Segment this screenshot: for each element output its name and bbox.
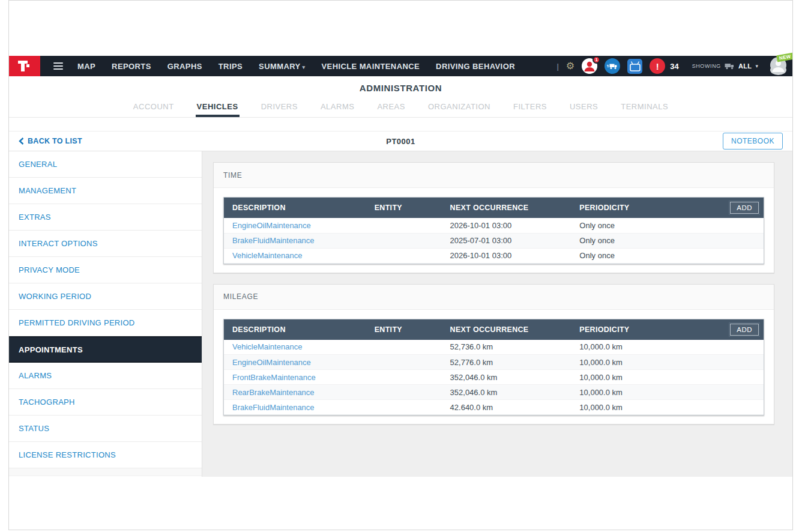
support-chat-icon[interactable]: 1 [582, 58, 597, 74]
description-cell: EngineOilMaintenance [224, 218, 370, 233]
tab-account[interactable]: ACCOUNT [132, 101, 175, 117]
table-row: RearBrakeMaintenance 352,046.0 km 10,000… [224, 385, 764, 400]
entity-cell [370, 400, 445, 415]
description-cell: BrakeFluidMaintenance [224, 400, 370, 415]
add-button-mileage[interactable]: ADD [730, 324, 759, 336]
sidebar-item-license-restrictions[interactable]: LICENSE RESTRICTIONS [9, 442, 202, 468]
periodicity-cell: 10,000.0 km [574, 355, 704, 370]
chevron-down-icon: ▾ [303, 64, 306, 70]
sidebar-item-tachograph[interactable]: TACHOGRAPH [9, 389, 202, 416]
table-row: FrontBrakeMaintenance 352,046.0 km 10,00… [224, 370, 764, 385]
tab-areas[interactable]: AREAS [376, 101, 406, 117]
nav-divider: | [556, 62, 558, 71]
vehicle-toolbar: BACK TO LIST PT0001 NOTEBOOK [9, 131, 792, 151]
description-link[interactable]: VehicleMaintenance [232, 251, 302, 260]
column-header-periodicity: PERIODICITY [574, 198, 704, 218]
section-title-mileage: MILEAGE [214, 285, 774, 310]
appointments-panel: TIME DESCRIPTIONENTITYNEXT OCCURRENCEPER… [202, 151, 792, 477]
sidebar-item-working-period[interactable]: WORKING PERIOD [9, 283, 202, 310]
mileage-table: DESCRIPTIONENTITYNEXT OCCURRENCEPERIODIC… [224, 319, 764, 416]
tab-vehicles[interactable]: VEHICLES [196, 101, 240, 117]
column-header-next-occurrence: NEXT OCCURRENCE [445, 319, 575, 340]
nav-item-vehicle-maintenance[interactable]: VEHICLE MAINTENANCE [321, 62, 420, 71]
entity-cell [370, 340, 445, 355]
settings-gear-icon[interactable]: ⚙ [566, 61, 574, 71]
sidebar-item-permitted-driving-period[interactable]: PERMITTED DRIVING PERIOD [9, 310, 202, 336]
person-icon [770, 65, 786, 73]
menu-hamburger-icon[interactable] [53, 62, 63, 70]
sidebar-item-appointments[interactable]: APPOINTMENTS [9, 336, 202, 363]
actions-cell [704, 233, 764, 248]
tab-users[interactable]: USERS [568, 101, 599, 117]
top-navbar: MAPREPORTSGRAPHSTRIPSSUMMARY▾VEHICLE MAI… [9, 56, 792, 76]
next-occurrence-cell: 352,046.0 km [445, 370, 575, 385]
entity-cell [370, 355, 445, 370]
tab-filters[interactable]: FILTERS [512, 101, 548, 117]
description-link[interactable]: VehicleMaintenance [232, 342, 302, 351]
sidebar-item-alarms[interactable]: ALARMS [9, 363, 202, 389]
sidebar-item-status[interactable]: STATUS [9, 416, 202, 442]
time-table: DESCRIPTIONENTITYNEXT OCCURRENCEPERIODIC… [224, 198, 764, 264]
sidebar-item-privacy-mode[interactable]: PRIVACY MODE [9, 257, 202, 283]
truck-glyph-icon [605, 58, 620, 74]
column-header-description: DESCRIPTION [224, 319, 370, 340]
tab-organization[interactable]: ORGANIZATION [427, 101, 492, 117]
navbar-right-cluster: | ⚙ 1 [556, 57, 792, 76]
app-window: MAPREPORTSGRAPHSTRIPSSUMMARY▾VEHICLE MAI… [8, 0, 793, 530]
column-header-entity: ENTITY [370, 319, 445, 340]
fleet-truck-icon[interactable] [605, 58, 620, 74]
description-link[interactable]: BrakeFluidMaintenance [232, 236, 315, 245]
showing-filter[interactable]: SHOWING ALL ▾ [692, 62, 758, 70]
tab-terminals[interactable]: TERMINALS [620, 101, 669, 117]
tv-broadcast-icon[interactable] [627, 59, 642, 74]
sidebar-item-extras[interactable]: EXTRAS [9, 204, 202, 231]
nav-item-trips[interactable]: TRIPS [219, 62, 243, 71]
table-row: VehicleMaintenance 52,736.0 km 10,000.0 … [224, 340, 764, 355]
description-cell: BrakeFluidMaintenance [224, 233, 370, 248]
vehicle-sidebar: GENERALMANAGEMENTEXTRASINTERACT OPTIONSP… [9, 151, 202, 477]
table-row: BrakeFluidMaintenance 42.640.0 km 10,000… [224, 400, 764, 415]
table-header-row: DESCRIPTIONENTITYNEXT OCCURRENCEPERIODIC… [224, 319, 764, 340]
alert-count: 34 [670, 62, 678, 71]
chevron-down-icon: ▾ [755, 63, 758, 69]
sidebar-item-interact-options[interactable]: INTERACT OPTIONS [9, 231, 202, 257]
table-row: EngineOilMaintenance 52,776.0 km 10,000.… [224, 355, 764, 370]
nav-item-map[interactable]: MAP [77, 62, 95, 71]
add-button-time[interactable]: ADD [730, 202, 759, 214]
periodicity-cell: Only once [574, 233, 704, 248]
actions-cell [704, 218, 764, 233]
alerts-icon[interactable]: ! [650, 58, 665, 74]
next-occurrence-cell: 2025-07-01 03:00 [445, 233, 575, 248]
description-cell: EngineOilMaintenance [224, 355, 370, 370]
nav-item-reports[interactable]: REPORTS [112, 62, 151, 71]
actions-cell [704, 355, 764, 370]
column-header-next-occurrence: NEXT OCCURRENCE [445, 198, 575, 218]
user-avatar[interactable]: NEW [770, 57, 786, 76]
entity-cell [370, 248, 445, 263]
description-link[interactable]: RearBrakeMaintenance [232, 388, 315, 397]
description-link[interactable]: EngineOilMaintenance [232, 221, 311, 230]
back-to-list-link[interactable]: BACK TO LIST [19, 137, 82, 145]
vehicle-id: PT0001 [9, 137, 792, 146]
notebook-button[interactable]: NOTEBOOK [723, 133, 783, 150]
table-row: VehicleMaintenance 2026-10-01 03:00 Only… [224, 248, 764, 263]
actions-cell [704, 370, 764, 385]
brand-logo[interactable] [9, 56, 40, 76]
nav-item-driving-behavior[interactable]: DRIVING BEHAVIOR [436, 62, 515, 71]
tab-drivers[interactable]: DRIVERS [260, 101, 299, 117]
description-link[interactable]: BrakeFluidMaintenance [232, 403, 315, 412]
tab-alarms[interactable]: ALARMS [319, 101, 355, 117]
nav-item-graphs[interactable]: GRAPHS [167, 62, 202, 71]
description-link[interactable]: EngineOilMaintenance [232, 358, 311, 367]
sidebar-item-management[interactable]: MANAGEMENT [9, 178, 202, 204]
showing-label: SHOWING [692, 63, 721, 69]
table-header-row: DESCRIPTIONENTITYNEXT OCCURRENCEPERIODIC… [224, 198, 764, 218]
nav-item-summary[interactable]: SUMMARY▾ [259, 62, 305, 71]
logo-icon [17, 59, 32, 73]
column-header-periodicity: PERIODICITY [574, 319, 704, 340]
page-title: ADMINISTRATION [9, 76, 792, 93]
sidebar-item-general[interactable]: GENERAL [9, 151, 202, 178]
description-link[interactable]: FrontBrakeMaintenance [232, 373, 316, 382]
actions-cell [704, 400, 764, 415]
truck-filter-icon [725, 63, 735, 70]
